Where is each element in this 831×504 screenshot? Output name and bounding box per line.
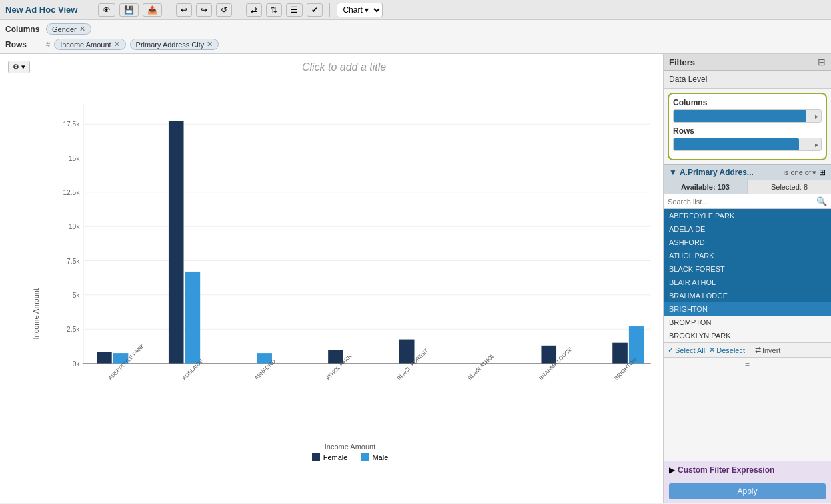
bar-chart: 0k 2.5k 5k 7.5k 10k 12.5k 15k 17.5k bbox=[42, 81, 658, 440]
city-item-brompton[interactable]: BROMPTON bbox=[664, 316, 831, 329]
double-dash: = bbox=[664, 357, 831, 371]
filter-options-icon[interactable]: ⊞ bbox=[819, 168, 826, 177]
sort-button[interactable]: ⇅ bbox=[266, 3, 282, 17]
svg-text:17.5k: 17.5k bbox=[63, 121, 80, 128]
check-icon: ✓ bbox=[668, 346, 674, 354]
svg-text:ABERFOYLE PARK: ABERFOYLE PARK bbox=[107, 342, 147, 381]
switch-view-button[interactable]: ⇄ bbox=[246, 3, 262, 17]
data-level-row: Data Level bbox=[664, 71, 831, 89]
cr-columns-handle[interactable]: ▸ bbox=[815, 113, 818, 120]
view-button[interactable]: 👁 bbox=[98, 3, 115, 17]
gender-tag-remove[interactable]: ✕ bbox=[79, 25, 85, 33]
cr-rows-section: Rows ▸ bbox=[673, 126, 822, 151]
separator bbox=[239, 3, 239, 17]
svg-text:BLAIR ATHOL: BLAIR ATHOL bbox=[467, 352, 496, 381]
selected-button[interactable]: Selected: 8 bbox=[748, 180, 831, 194]
invert-label: Invert bbox=[762, 346, 781, 354]
cr-columns-bar-container: ▸ bbox=[673, 109, 822, 123]
separator bbox=[329, 3, 330, 17]
filter-expand-icon[interactable]: ▼ bbox=[669, 168, 677, 177]
legend-male: Male bbox=[361, 453, 388, 461]
search-input[interactable] bbox=[668, 198, 814, 206]
available-button[interactable]: Available: 103 bbox=[664, 180, 747, 194]
export-button[interactable]: 📤 bbox=[143, 3, 162, 17]
city-item-brooklyn[interactable]: BROOKLYN PARK bbox=[664, 329, 831, 342]
primary-address-tag[interactable]: Primary Address City ✕ bbox=[130, 39, 219, 50]
city-item-blairathol[interactable]: BLAIR ATHOL bbox=[664, 276, 831, 289]
y-axis-label: Income Amount bbox=[32, 288, 40, 339]
chart-toolbar: ⚙ ▾ Click to add a title bbox=[5, 59, 658, 75]
bar-brighton-male bbox=[629, 326, 644, 363]
search-icon: 🔍 bbox=[816, 196, 827, 206]
data-level-label: Data Level bbox=[669, 75, 707, 84]
bar-adelaide-female bbox=[169, 121, 184, 363]
gender-tag[interactable]: Gender ✕ bbox=[46, 23, 91, 35]
filter-condition-dropdown[interactable]: is one of ▾ bbox=[783, 168, 816, 177]
filter-header: Filters ⊟ bbox=[664, 54, 831, 71]
legend-female-label: Female bbox=[323, 453, 348, 461]
deselect-button[interactable]: ✕ Deselect bbox=[709, 346, 745, 354]
cr-rows-bar bbox=[674, 138, 799, 150]
city-list: ABERFOYLE PARK ADELAIDE ASHFORD ATHOL PA… bbox=[664, 209, 831, 342]
bar-aberfoyle-female bbox=[97, 352, 112, 363]
city-item-athol[interactable]: ATHOL PARK bbox=[664, 249, 831, 262]
city-item-blackforest[interactable]: BLACK FOREST bbox=[664, 262, 831, 276]
invert-icon: ⇄ bbox=[755, 346, 761, 354]
gear-button[interactable]: ⚙ ▾ bbox=[8, 61, 30, 73]
svg-text:15k: 15k bbox=[69, 155, 80, 162]
primary-address-remove[interactable]: ✕ bbox=[207, 40, 213, 49]
filter-minimize-icon[interactable]: ⊟ bbox=[818, 57, 826, 67]
city-item-ashford[interactable]: ASHFORD bbox=[664, 236, 831, 249]
city-item-brighton[interactable]: BRIGHTON bbox=[664, 302, 831, 316]
custom-filter-expand-icon: ▶ bbox=[669, 465, 675, 475]
cr-rows-handle[interactable]: ▸ bbox=[815, 141, 818, 148]
columns-row: Columns Gender ✕ bbox=[5, 21, 826, 37]
income-amount-remove[interactable]: ✕ bbox=[114, 40, 120, 49]
chart-title[interactable]: Click to add a title bbox=[33, 61, 655, 73]
cr-columns-bar bbox=[674, 110, 806, 122]
gender-tag-label: Gender bbox=[52, 25, 77, 33]
separator bbox=[169, 3, 169, 17]
legend-male-color bbox=[361, 453, 369, 461]
separator: | bbox=[749, 346, 751, 354]
deselect-label: Deselect bbox=[716, 346, 745, 354]
custom-filter-label: Custom Filter Expression bbox=[678, 465, 774, 475]
primary-address-label: Primary Address City bbox=[136, 41, 205, 49]
bar-adelaide-male bbox=[185, 272, 201, 364]
cr-columns-section: Columns ▸ bbox=[673, 98, 822, 123]
filter-section-controls: is one of ▾ ⊞ bbox=[783, 168, 826, 177]
svg-text:7.5k: 7.5k bbox=[67, 258, 80, 265]
income-amount-tag[interactable]: Income Amount ✕ bbox=[54, 39, 125, 50]
x-axis-label: Income Amount bbox=[42, 443, 658, 451]
invert-button[interactable]: ⇄ Invert bbox=[755, 346, 781, 354]
filter-section-header: ▼ A.Primary Addres... is one of ▾ ⊞ bbox=[664, 164, 831, 180]
rows-label: Rows bbox=[5, 40, 42, 49]
filter-title: Filters bbox=[669, 57, 695, 67]
rows-row: Rows # Income Amount ✕ Primary Address C… bbox=[5, 37, 826, 52]
bar-blackforest-female bbox=[399, 340, 415, 364]
bar-brighton-female bbox=[612, 343, 628, 364]
filter-section: ▼ A.Primary Addres... is one of ▾ ⊞ Avai… bbox=[664, 164, 831, 461]
svg-text:12.5k: 12.5k bbox=[63, 189, 80, 196]
save-button[interactable]: 💾 bbox=[119, 3, 139, 17]
app-title: New Ad Hoc View bbox=[5, 5, 77, 15]
select-all-label: Select All bbox=[675, 346, 705, 354]
top-bar: New Ad Hoc View 👁 💾 📤 ↩ ↪ ↺ ⇄ ⇅ ☰ ✔ Char… bbox=[0, 0, 831, 20]
refresh-button[interactable]: ↺ bbox=[216, 3, 232, 17]
legend-female: Female bbox=[312, 453, 348, 461]
format-button[interactable]: ☰ bbox=[286, 3, 303, 17]
chart-type-select[interactable]: Chart ▾ Bar Line Pie bbox=[337, 3, 383, 17]
filter-condition-chevron: ▾ bbox=[812, 168, 816, 177]
custom-filter-header[interactable]: ▶ Custom Filter Expression bbox=[664, 461, 831, 479]
apply-button[interactable]: Apply bbox=[669, 483, 826, 499]
city-item-brahma[interactable]: BRAHMA LODGE bbox=[664, 289, 831, 302]
check-button[interactable]: ✔ bbox=[307, 3, 323, 17]
search-row: 🔍 bbox=[664, 194, 831, 209]
city-item-adelaide[interactable]: ADELAIDE bbox=[664, 222, 831, 236]
select-all-button[interactable]: ✓ Select All bbox=[668, 346, 705, 354]
city-item-aberfoyle[interactable]: ABERFOYLE PARK bbox=[664, 209, 831, 222]
custom-filter-section: ▶ Custom Filter Expression bbox=[664, 461, 831, 479]
undo-button[interactable]: ↩ bbox=[176, 3, 192, 17]
legend-female-color bbox=[312, 453, 320, 461]
redo-button[interactable]: ↪ bbox=[196, 3, 212, 17]
